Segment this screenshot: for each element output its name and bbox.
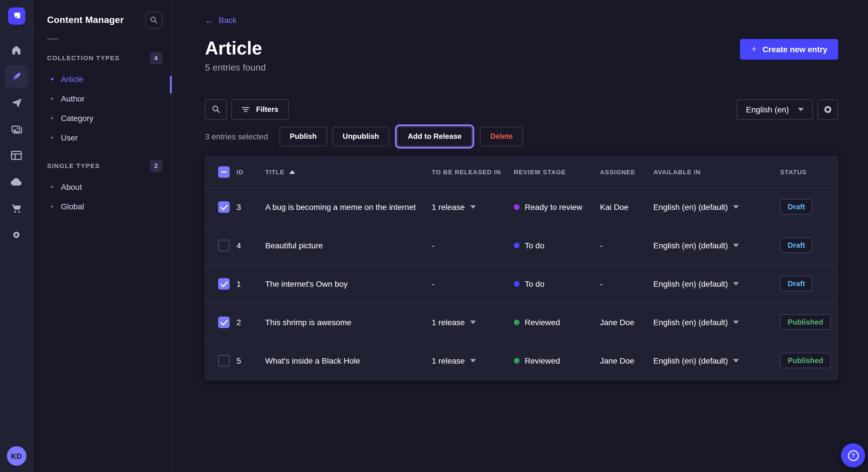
delete-button[interactable]: Delete	[480, 127, 523, 146]
cell-review-stage: Reviewed	[514, 356, 600, 365]
cell-id: 4	[237, 241, 265, 250]
back-label: Back	[219, 15, 237, 25]
add-to-release-button[interactable]: Add to Release	[397, 127, 472, 146]
strapi-logo-glyph	[12, 11, 21, 21]
page-heading: Article 5 entries found	[205, 38, 266, 72]
cell-release[interactable]: -	[432, 279, 514, 288]
column-label: Status	[780, 168, 807, 175]
sidebar-item-article[interactable]: Article	[33, 69, 172, 89]
view-settings-button[interactable]	[817, 99, 838, 120]
column-label: To be released in	[432, 168, 501, 175]
cell-status: Draft	[780, 199, 838, 214]
section-heading: Collection Types4	[33, 51, 172, 65]
rail-item-content-type-builder[interactable]	[5, 144, 28, 167]
media-library-icon	[11, 124, 22, 134]
bullet-icon	[51, 98, 53, 100]
gear-icon	[823, 105, 832, 114]
app-window: KD Content Manager Collection Types4Arti…	[0, 0, 868, 472]
status-badge: Draft	[780, 237, 813, 253]
chevron-down-icon	[733, 359, 739, 362]
cell-release[interactable]: 1 release	[432, 356, 514, 365]
cell-available-in[interactable]: English (en) (default)	[653, 279, 780, 288]
cell-id: 1	[237, 279, 265, 288]
sidebar-item-author[interactable]: Author	[33, 89, 172, 108]
column-header-assignee[interactable]: Assignee	[600, 168, 653, 175]
table-header-row: IDTitleTo be released inReview stageAssi…	[206, 156, 838, 187]
cell-title: A bug is becoming a meme on the internet	[265, 202, 432, 211]
unpublish-button[interactable]: Unpublish	[332, 127, 389, 146]
rail-item-home[interactable]	[5, 38, 28, 61]
cell-available-in[interactable]: English (en) (default)	[653, 356, 780, 365]
subnav-section: Single Types2AboutGlobal	[33, 159, 172, 216]
cell-release[interactable]: 1 release	[432, 202, 514, 211]
cell-available-in[interactable]: English (en) (default)	[653, 202, 780, 211]
back-link[interactable]: ← Back	[205, 15, 237, 25]
cell-release[interactable]: 1 release	[432, 317, 514, 327]
cell-available-in[interactable]: English (en) (default)	[653, 317, 780, 327]
cell-assignee: Jane Doe	[600, 356, 653, 365]
stage-dot-icon	[514, 281, 520, 286]
sidebar-item-about[interactable]: About	[33, 177, 172, 197]
column-header-to-be-released-in[interactable]: To be released in	[432, 168, 514, 175]
column-header-id[interactable]: ID	[237, 168, 265, 175]
sidebar-item-label: About	[61, 182, 82, 192]
cell-title: The internet's Own boy	[265, 279, 432, 288]
rail-item-paper-plane[interactable]	[5, 91, 28, 114]
cell-status: Published	[780, 314, 838, 330]
table-row: 1 The internet's Own boy - To do - Engli…	[206, 264, 838, 303]
stage-dot-icon	[514, 319, 520, 325]
stage-dot-icon	[514, 358, 520, 363]
locale-select[interactable]: English (en)	[737, 99, 813, 120]
search-entries-button[interactable]	[205, 99, 227, 120]
row-checkbox[interactable]	[218, 201, 229, 212]
publish-button[interactable]: Publish	[279, 127, 327, 146]
select-all-checkbox[interactable]	[218, 166, 229, 177]
main-nav-rail: KD	[0, 0, 33, 472]
column-header-available-in[interactable]: Available in	[653, 168, 780, 175]
table-row: 5 What's inside a Black Hole 1 release R…	[206, 341, 838, 379]
row-checkbox[interactable]	[218, 239, 229, 251]
status-badge: Draft	[780, 276, 813, 291]
cell-assignee: -	[600, 241, 653, 250]
arrow-left-icon: ←	[205, 16, 214, 24]
row-checkbox[interactable]	[218, 278, 229, 289]
cell-status: Published	[780, 353, 838, 368]
rail-item-media-library[interactable]	[5, 117, 28, 140]
sidebar-item-category[interactable]: Category	[33, 108, 172, 128]
user-avatar[interactable]: KD	[7, 446, 26, 466]
row-checkbox[interactable]	[218, 316, 229, 328]
feather-icon	[11, 71, 22, 82]
column-label: Review stage	[514, 168, 566, 175]
row-checkbox[interactable]	[218, 355, 229, 366]
subnav-section: Collection Types4ArticleAuthorCategoryUs…	[33, 51, 172, 147]
column-header-status[interactable]: Status	[780, 168, 838, 175]
subnav-search-button[interactable]	[145, 11, 162, 29]
locale-value: English (en)	[746, 105, 789, 114]
bullet-icon	[51, 186, 53, 188]
sidebar-item-label: Article	[61, 74, 83, 84]
status-badge: Draft	[780, 199, 813, 214]
column-header-review-stage[interactable]: Review stage	[514, 168, 600, 175]
strapi-logo[interactable]	[8, 7, 25, 25]
create-new-entry-button[interactable]: + Create new entry	[740, 39, 838, 59]
chevron-down-icon	[733, 205, 739, 208]
column-header-title[interactable]: Title	[265, 168, 432, 175]
rail-item-marketplace-cart[interactable]	[5, 197, 28, 220]
cell-assignee: Kai Doe	[600, 202, 653, 211]
filters-button[interactable]: Filters	[231, 99, 289, 120]
stage-dot-icon	[514, 242, 520, 248]
search-icon	[212, 105, 220, 113]
help-button[interactable]: ?	[841, 443, 865, 467]
column-label: Assignee	[600, 168, 635, 175]
rail-item-cloud[interactable]	[5, 170, 28, 193]
search-icon	[150, 16, 158, 24]
sidebar-item-user[interactable]: User	[33, 128, 172, 147]
rail-item-feather[interactable]	[5, 65, 28, 88]
sidebar-item-global[interactable]: Global	[33, 197, 172, 216]
cell-release[interactable]: -	[432, 241, 514, 250]
cell-title: This shrimp is awesome	[265, 317, 432, 327]
sidebar-item-label: Global	[61, 202, 84, 211]
rail-item-settings-gear[interactable]	[5, 223, 28, 246]
bullet-icon	[51, 136, 53, 139]
cell-available-in[interactable]: English (en) (default)	[653, 241, 780, 250]
